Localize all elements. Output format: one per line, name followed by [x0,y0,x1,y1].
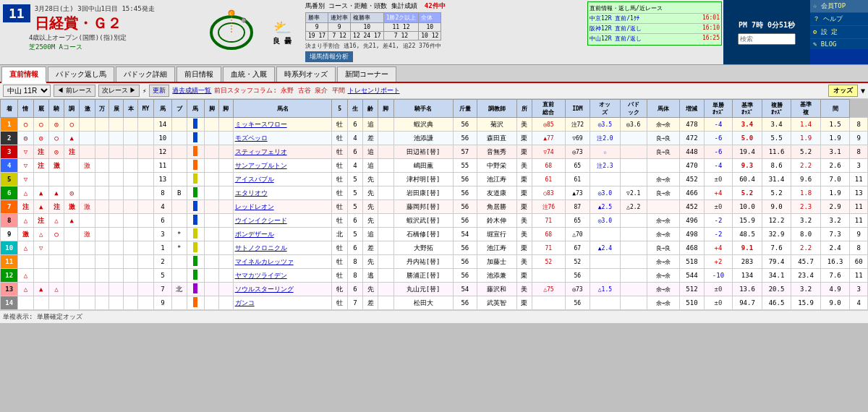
horse-name[interactable]: ポンデザール [233,228,332,241]
member-top-btn[interactable]: ☆ 会員TOP [810,0,868,13]
info-cell[interactable]: ▽ [18,145,33,159]
carry-weight: 57 [453,145,477,159]
right-info-item-1[interactable]: 直前情報・返し馬/近レース [590,4,720,14]
info-cell[interactable]: 注 [18,200,33,214]
horse-name[interactable]: ソウルスターリング [233,283,332,296]
horse-name[interactable]: マイネルカレッツァ [233,255,332,269]
mark-col [378,200,393,214]
info-cell[interactable]: △ [18,283,33,296]
trainer2-cell[interactable] [64,159,80,173]
jockey2-cell[interactable] [48,296,64,310]
trainer2-cell[interactable]: ▲ [64,132,80,145]
history-link[interactable]: 過去成績一覧 [172,86,211,95]
horse-name[interactable]: ミッキースワロー [233,118,332,132]
trainer2-cell[interactable]: ▲ [64,214,80,228]
tab-paddock-kaesu[interactable]: パドック返し馬 [48,66,114,82]
info-cell[interactable]: ○ [18,118,33,132]
info-cell[interactable] [18,296,33,310]
tab-timeseries[interactable]: 時系列オッズ [276,66,336,82]
search-input[interactable] [738,33,796,45]
race-selector[interactable]: 中山 11R [3,85,51,97]
trainer2-cell[interactable] [64,283,80,296]
horse-name[interactable]: アイスバブル [233,173,332,186]
info-cell[interactable]: △ [18,269,33,283]
trainer2-cell[interactable] [64,173,80,186]
horse-name[interactable]: ヤマカツライデン [233,269,332,283]
stable-cell[interactable]: ▲ [33,283,48,296]
trainer2-cell[interactable] [64,228,80,241]
jockey2-cell[interactable]: ○ [48,228,64,241]
prev-race-btn[interactable]: ◀ 前レース [54,85,95,97]
horse-name[interactable]: モズベッロ [233,132,332,145]
info-cell[interactable] [18,255,33,269]
stable-cell[interactable]: ○ [33,118,48,132]
rank-cell: 12 [1,269,18,283]
tab-chokuzen[interactable]: 直前情報 [1,66,46,83]
tresen-link[interactable]: トレセンリポート [348,86,400,95]
stable-cell[interactable]: 注 [33,145,48,159]
horse-name[interactable]: レッドレオン [233,200,332,214]
info-cell[interactable]: ▽ [18,159,33,173]
jockey2-cell[interactable] [48,269,64,283]
info-cell[interactable]: 激 [18,228,33,241]
trainer2-cell[interactable] [64,255,80,269]
stable-cell[interactable]: ◎ [33,132,48,145]
tab-blood[interactable]: 血統・入厩 [223,66,275,82]
place-cell: 美 [516,159,532,173]
info-cell[interactable]: △ [18,186,33,200]
stable-cell[interactable]: ▲ [33,200,48,214]
horse-name[interactable]: ウインイクシード [233,214,332,228]
tab-zennitsu[interactable]: 前日情報 [176,66,221,82]
odds-btn[interactable]: オッズ [828,85,858,97]
jockey2-cell[interactable]: ◎ [48,145,64,159]
info-cell[interactable]: △ [18,214,33,228]
jockey2-cell[interactable]: ▲ [48,186,64,200]
analysis-link[interactable]: 場馬情報分析 [305,51,353,62]
horse-name[interactable]: サトノクロニクル [233,241,332,255]
stable-cell[interactable] [33,173,48,186]
trainer2-cell[interactable]: 注 [64,145,80,159]
info-cell[interactable]: ◎ [18,132,33,145]
trainer2-cell[interactable]: ○ [64,118,80,132]
horse-name[interactable]: スティッフェリオ [233,145,332,159]
blog-btn[interactable]: ✎ BLOG [810,39,868,49]
next-race-btn[interactable]: 次レース ▶ [98,85,140,97]
stable-cell[interactable] [33,255,48,269]
uma-num: 3 [154,228,171,241]
info-cell[interactable]: △ [18,241,33,255]
stable-cell[interactable]: ▲ [33,186,48,200]
jockey2-cell[interactable]: ○ [48,132,64,145]
tab-paddock-detail[interactable]: パドック詳細 [116,66,175,82]
stable-cell[interactable]: 注 [33,159,48,173]
horse-name[interactable]: エタリオウ [233,186,332,200]
settings-btn[interactable]: ⚙ 設 定 [810,26,868,39]
win-odds: 5.0 [733,132,762,145]
trainer2-cell[interactable]: 激 [64,200,80,214]
help-btn[interactable]: ？ ヘルプ [810,13,868,26]
jockey2-cell[interactable]: △ [48,283,64,296]
right-info-row-1[interactable]: 中京12R 直前/1ｸﾁ 16:01 [590,14,720,24]
jockey2-cell[interactable]: △ [48,214,64,228]
stable-cell[interactable] [33,269,48,283]
trainer2-cell[interactable] [64,241,80,255]
jockey2-cell[interactable]: 注 [48,200,64,214]
right-info-row-3[interactable]: 中山12R 直前/返し 16:25 [590,34,720,43]
stable-cell[interactable]: 注 [33,214,48,228]
trainer2-cell[interactable] [64,296,80,310]
stable-cell[interactable] [33,296,48,310]
jockey2-cell[interactable] [48,173,64,186]
jockey2-cell[interactable] [48,241,64,255]
update-btn[interactable]: 更新 [149,85,169,97]
jockey2-cell[interactable]: 激 [48,159,64,173]
jockey2-cell[interactable] [48,255,64,269]
right-info-row-2[interactable]: 阪神12R 直前/返し 16:10 [590,24,720,34]
jockey2-cell[interactable]: ◎ [48,118,64,132]
tab-newspaper[interactable]: 新聞コーナー [337,66,396,82]
horse-name[interactable]: サンアップルトン [233,159,332,173]
horse-name[interactable]: ガンコ [233,296,332,310]
trainer2-cell[interactable] [64,269,80,283]
stable-cell[interactable]: △ [33,228,48,241]
info-cell[interactable]: ▽ [18,173,33,186]
stable-cell[interactable]: ▽ [33,241,48,255]
trainer2-cell[interactable]: ◎ [64,186,80,200]
